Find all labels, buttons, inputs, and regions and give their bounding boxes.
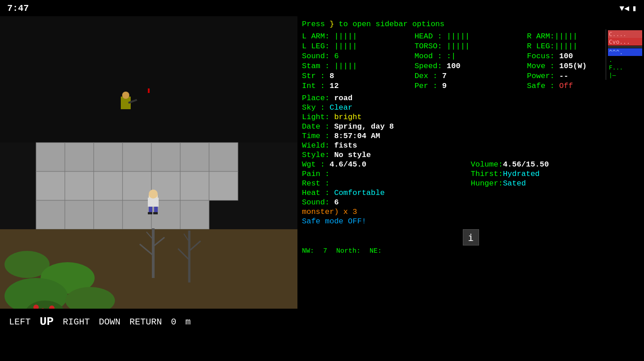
torso-stat: TORSO: ||||| [415,42,527,51]
mood-stat: Mood : :| [415,52,527,60]
control-right[interactable]: RIGHT [63,317,90,327]
sidebar-item-3[interactable]: ^^^. [608,48,642,56]
pain-stat: Pain : [302,170,471,178]
svg-rect-46 [149,207,152,213]
monster-notification: monster) x 3 [302,208,639,216]
battery-icon: ▮ [632,3,637,13]
head-stat: HEAD : ||||| [415,32,527,41]
wgt-stat: Wgt : 4.6/45.0 [302,160,471,169]
svg-rect-6 [151,143,180,171]
speed-stat: Speed: 100 [415,62,527,70]
svg-rect-12 [123,171,151,200]
sidebar-item-dot: . [608,56,642,64]
wield-stat: Wield: fists [302,141,639,150]
sidebar-item-2[interactable]: Cvo... [608,38,642,46]
svg-rect-47 [154,207,158,213]
thirst-stat: Thirst:Hydrated [471,170,640,178]
control-bar: LEFT UP RIGHT DOWN RETURN 0 m [0,309,297,335]
svg-rect-45 [148,198,159,207]
svg-rect-49 [148,212,152,214]
i-button[interactable]: i [463,229,479,245]
date-stat: Date : Spring, day 8 [302,122,639,131]
per-stat: Per : 9 [415,82,527,90]
press-hint-suffix: to open sidebar options [334,20,444,28]
svg-rect-50 [153,212,158,214]
svg-rect-18 [94,200,123,229]
dex-stat: Dex : 7 [415,72,527,80]
svg-rect-10 [65,171,94,200]
sky-stat: Sky : Clear [302,103,639,112]
system-time: 7:47 [7,3,29,14]
control-zero[interactable]: 0 [171,317,176,327]
sound-stat: Sound: 6 [302,52,415,60]
press-hint: Press } to open sidebar options [302,20,639,28]
nw-value: 7 [323,247,327,255]
style-stat: Style: No style [302,151,639,159]
heat-stat: Heat : Comfortable [302,189,639,197]
control-up[interactable]: UP [40,315,54,329]
svg-point-42 [122,92,129,99]
press-hint-prefix: Press [302,20,329,28]
wifi-icon: ▼◀ [620,3,630,13]
status-bar: 7:47 ▼◀ ▮ [0,0,644,16]
svg-rect-8 [209,143,238,171]
svg-rect-15 [209,171,238,200]
control-return[interactable]: RETURN [129,317,162,327]
control-left[interactable]: LEFT [9,317,31,327]
svg-rect-5 [123,143,151,171]
ne-label: NE: [370,247,382,255]
svg-point-48 [149,190,158,199]
l-leg-stat: L LEG: ||||| [302,42,415,51]
volume-stat: Volume:4.56/15.50 [471,160,640,169]
sidebar-divider: |— [608,71,642,79]
sidebar-item-1[interactable]: C.... [608,30,642,38]
sidebar-item-4[interactable]: F... [608,64,642,71]
svg-rect-21 [180,200,209,229]
svg-rect-4 [94,143,123,171]
stam-stat: Stam : ||||| [302,62,415,70]
compass-bar: NW: 7 North: NE: [302,247,639,255]
time-stat: Time : 8:57:04 AM [302,132,639,140]
status-icons: ▼◀ ▮ [620,3,637,13]
control-down[interactable]: DOWN [99,317,120,327]
svg-rect-1 [0,16,297,143]
hunger-stat: Hunger:Sated [471,179,640,188]
svg-rect-14 [180,171,209,200]
svg-rect-19 [123,200,151,229]
game-scene [0,16,297,335]
svg-rect-40 [148,88,150,93]
rest-stat: Rest : [302,179,471,188]
svg-rect-11 [94,171,123,200]
svg-rect-7 [180,143,209,171]
svg-rect-3 [65,143,94,171]
place-stat: Place: road [302,94,639,102]
safe-stat: Safe : Off [527,82,639,90]
safe-mode-notification: Safe mode OFF! [302,217,639,226]
sound2-stat: Sound: 6 [302,198,639,207]
int-stat: Int : 12 [302,82,415,90]
svg-rect-2 [36,143,65,171]
light-stat: Light: bright [302,113,639,121]
game-viewport: LEFT UP RIGHT DOWN RETURN 0 m [0,16,297,335]
north-label: North: [336,247,361,255]
svg-rect-9 [36,171,65,200]
nw-label: NW: [302,247,314,255]
stats-panel: Press } to open sidebar options L ARM: |… [297,16,644,361]
l-arm-stat: L ARM: ||||| [302,32,415,41]
press-hint-brace: } [329,20,334,28]
str-stat: Str : 8 [302,72,415,80]
r-arm-stat: R ARM:||||| C.... Cvo... ^^^. . F... |— [527,32,639,41]
svg-rect-16 [36,200,65,229]
svg-rect-17 [65,200,94,229]
control-m[interactable]: m [185,317,191,327]
